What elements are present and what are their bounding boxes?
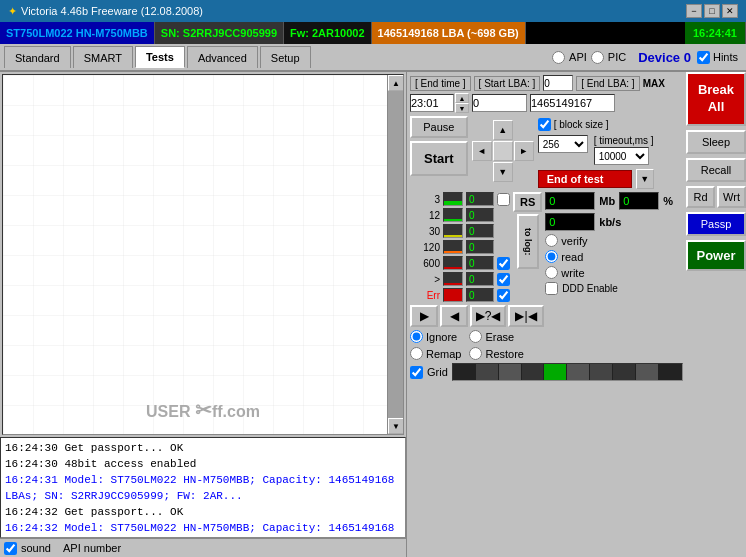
- tab-smart[interactable]: SMART: [73, 46, 133, 68]
- recall-button[interactable]: Recall: [686, 158, 746, 182]
- stat-120-input[interactable]: [466, 240, 494, 254]
- end-button[interactable]: ▶|◀: [508, 305, 544, 327]
- tab-standard[interactable]: Standard: [4, 46, 71, 68]
- back-button[interactable]: ◀: [440, 305, 468, 327]
- end-lba-value-input[interactable]: [530, 94, 615, 112]
- mb-input[interactable]: [545, 192, 595, 210]
- rs-button[interactable]: RS: [513, 192, 542, 212]
- passp-button[interactable]: Passp: [686, 212, 746, 236]
- pct-input[interactable]: [619, 192, 659, 210]
- scroll-up-button[interactable]: ▲: [388, 75, 404, 91]
- stat-600-check[interactable]: [497, 257, 510, 270]
- break-all-button[interactable]: BreakAll: [686, 72, 746, 126]
- stat-gt-check[interactable]: [497, 273, 510, 286]
- write-radio[interactable]: [545, 266, 558, 279]
- stats-col: 3 12 30: [410, 192, 510, 302]
- dir-center[interactable]: [493, 141, 513, 161]
- stat-gt-input[interactable]: [466, 272, 494, 286]
- direction-diamond: ▲ ◄ ► ▼: [472, 120, 534, 182]
- tab-setup[interactable]: Setup: [260, 46, 311, 68]
- end-of-test-label: End of test: [538, 170, 632, 188]
- power-button[interactable]: Power: [686, 240, 746, 271]
- mode-section: Ignore Remap Erase Restore: [410, 330, 683, 360]
- dir-down[interactable]: ▼: [493, 162, 513, 182]
- kb-input[interactable]: [545, 213, 595, 231]
- restore-radio[interactable]: [469, 347, 482, 360]
- end-time-input[interactable]: [410, 94, 454, 112]
- hints-label: Hints: [713, 51, 738, 63]
- api-label: API: [569, 51, 587, 63]
- pause-button[interactable]: Pause: [410, 116, 468, 138]
- scroll-down-button[interactable]: ▼: [388, 418, 404, 434]
- kb-unit: kb/s: [599, 216, 621, 228]
- log-area[interactable]: 16:24:30 Get passport... OK16:24:30 48bi…: [0, 437, 406, 538]
- close-button[interactable]: ✕: [722, 4, 738, 18]
- read-radio[interactable]: [545, 250, 558, 263]
- rd-button[interactable]: Rd: [686, 186, 715, 208]
- end-time-up[interactable]: ▲: [455, 93, 469, 103]
- start-lba-label: [ Start LBA: ]: [474, 76, 541, 91]
- write-label: write: [561, 267, 584, 279]
- serial-number: SN: S2RRJ9CC905999: [155, 22, 284, 44]
- grid-row: Grid: [410, 363, 683, 381]
- app-icon: ✦: [8, 5, 17, 18]
- remap-radio[interactable]: [410, 347, 423, 360]
- log-line: 16:24:30 Get passport... OK: [5, 440, 401, 456]
- grid-checkbox[interactable]: [410, 366, 423, 379]
- ignore-radio[interactable]: [410, 330, 423, 343]
- dir-right[interactable]: ►: [514, 141, 534, 161]
- erase-radio[interactable]: [469, 330, 482, 343]
- stat-12-input[interactable]: [466, 208, 494, 222]
- end-time-down[interactable]: ▼: [455, 103, 469, 113]
- start-lba-value-input[interactable]: [472, 94, 527, 112]
- bottom-status: sound API number: [0, 538, 406, 557]
- stat-3-input[interactable]: [466, 192, 494, 206]
- grid-pattern: [452, 363, 683, 381]
- log-line: 16:24:30 48bit access enabled: [5, 456, 401, 472]
- play-button[interactable]: ▶: [410, 305, 438, 327]
- verify-radio[interactable]: [545, 234, 558, 247]
- timeout-select[interactable]: 10000500020000: [594, 147, 649, 165]
- app-title: Victoria 4.46b Freeware (12.08.2008): [21, 5, 203, 17]
- stat-err-check[interactable]: [497, 289, 510, 302]
- maximize-button[interactable]: □: [704, 4, 720, 18]
- start-button[interactable]: Start: [410, 141, 468, 176]
- drive-name: ST750LM022 HN-M750MBB: [0, 22, 155, 44]
- something-checkbox[interactable]: [538, 118, 551, 131]
- stat-err-input[interactable]: [466, 288, 494, 302]
- pic-radio[interactable]: [591, 51, 604, 64]
- titlebar: ✦ Victoria 4.46b Freeware (12.08.2008) −…: [0, 0, 746, 22]
- ignore-option: Ignore: [410, 330, 461, 343]
- hints-checkbox[interactable]: [697, 51, 710, 64]
- block-size-select[interactable]: 2565121024: [538, 135, 588, 153]
- stat-3-check[interactable]: [497, 193, 510, 206]
- remap-label: Remap: [426, 348, 461, 360]
- dir-up[interactable]: ▲: [493, 120, 513, 140]
- minimize-button[interactable]: −: [686, 4, 702, 18]
- stat-600: 600: [410, 256, 510, 270]
- end-lba-max: MAX: [643, 78, 665, 89]
- step-button[interactable]: ▶?◀: [470, 305, 506, 327]
- stat-600-input[interactable]: [466, 256, 494, 270]
- lba-controls: [ End time ] [ Start LBA: ] [ End LBA: ]…: [410, 75, 683, 113]
- stat-3: 3: [410, 192, 510, 206]
- tab-tests[interactable]: Tests: [135, 46, 185, 68]
- tab-advanced[interactable]: Advanced: [187, 46, 258, 68]
- read-option: read: [545, 250, 683, 263]
- wrt-button[interactable]: Wrt: [717, 186, 746, 208]
- mb-row: Mb %: [545, 192, 683, 210]
- sound-checkbox[interactable]: [4, 542, 17, 555]
- api-radio[interactable]: [552, 51, 565, 64]
- start-lba-input[interactable]: [543, 75, 573, 91]
- restore-option: Restore: [469, 347, 524, 360]
- end-of-test-dropdown[interactable]: ▼: [636, 169, 654, 189]
- log-line: 16:24:31 Model: ST750LM022 HN-M750MBB; C…: [5, 472, 401, 504]
- to-log-button[interactable]: to log:: [517, 214, 539, 269]
- right-buttons: BreakAll Sleep Recall Rd Wrt Passp Power: [686, 72, 746, 557]
- stat-12: 12: [410, 208, 510, 222]
- log-line: 16:24:32 Get passport... OK: [5, 504, 401, 520]
- ddd-checkbox[interactable]: [545, 282, 558, 295]
- dir-left[interactable]: ◄: [472, 141, 492, 161]
- sleep-button[interactable]: Sleep: [686, 130, 746, 154]
- stat-30-input[interactable]: [466, 224, 494, 238]
